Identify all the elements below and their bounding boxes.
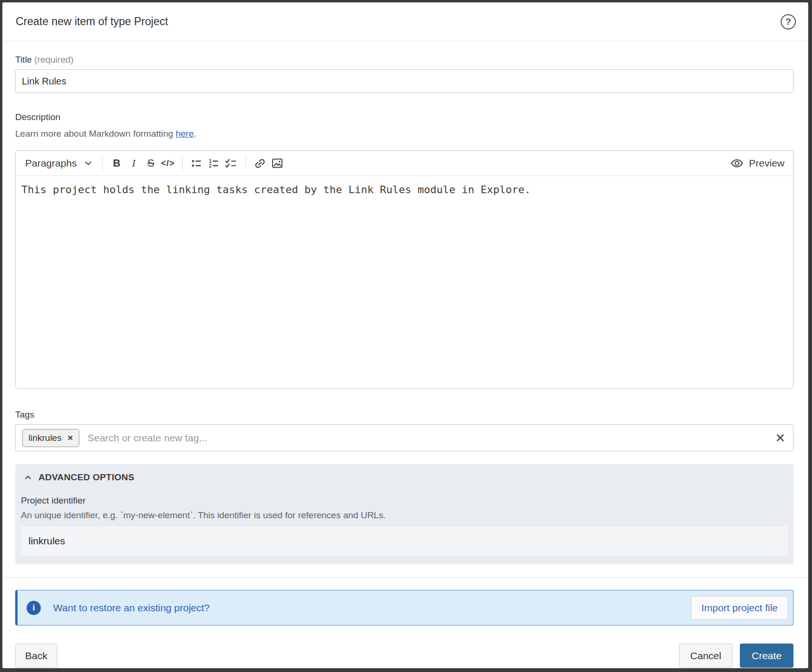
description-label: Description [15, 112, 793, 122]
strikethrough-icon: S [147, 157, 154, 169]
dialog-header: Create new item of type Project ? [2, 2, 808, 41]
banner-row: i Want to restore an existing project? I… [2, 590, 808, 625]
bold-icon: B [113, 157, 121, 169]
tag-chip: linkrules ✕ [22, 429, 79, 447]
tags-input-container[interactable]: linkrules ✕ ✕ [15, 424, 793, 451]
restore-banner-message: Want to restore an existing project? [53, 602, 210, 614]
italic-button[interactable]: I [125, 154, 142, 172]
toolbar-separator [182, 156, 183, 170]
description-editor: Paragraphs B I S </> [15, 150, 793, 389]
checklist-icon [225, 158, 237, 169]
title-label: Title (required) [15, 55, 793, 65]
advanced-options-title: ADVANCED OPTIONS [38, 472, 134, 483]
bullet-list-icon [191, 158, 203, 169]
code-button[interactable]: </> [160, 154, 177, 172]
tags-label: Tags [15, 410, 793, 420]
numbered-list-icon: 1 2 [208, 158, 220, 169]
footer-divider [2, 577, 808, 578]
remove-tag-icon[interactable]: ✕ [67, 434, 74, 441]
question-glyph: ? [785, 17, 791, 27]
markdown-hint: Learn more about Markdown formatting her… [15, 129, 793, 139]
bullet-list-button[interactable] [189, 154, 206, 172]
project-identifier-input[interactable] [21, 526, 788, 556]
create-project-dialog: Create new item of type Project ? Title … [2, 2, 808, 668]
markdown-hint-prefix: Learn more about Markdown formatting [15, 129, 176, 139]
import-project-file-button[interactable]: Import project file [691, 596, 788, 620]
insert-link-button[interactable] [252, 154, 269, 172]
bold-button[interactable]: B [108, 154, 125, 172]
info-glyph: i [32, 603, 35, 613]
dialog-footer: Back Cancel Create [2, 644, 808, 668]
form-area: Title (required) Description Learn more … [2, 41, 808, 564]
project-identifier-label: Project identifier [21, 495, 788, 506]
strikethrough-button[interactable]: S [142, 154, 160, 172]
cancel-button[interactable]: Cancel [679, 644, 733, 668]
description-textarea[interactable]: This project holds the linking tasks cre… [16, 176, 793, 388]
preview-toggle[interactable]: Preview [728, 154, 786, 172]
required-hint: (required) [34, 55, 73, 65]
block-type-value: Paragraphs [25, 158, 77, 169]
tag-chip-label: linkrules [28, 433, 62, 443]
markdown-here-link[interactable]: here [176, 129, 194, 139]
info-icon: i [27, 601, 41, 615]
toolbar-separator [102, 156, 103, 170]
toolbar-separator [245, 156, 246, 170]
svg-text:2: 2 [209, 163, 212, 168]
project-identifier-description: An unique identifier, e.g. `my-new-eleme… [21, 510, 788, 521]
dialog-body: Title (required) Description Learn more … [2, 41, 808, 668]
code-icon: </> [161, 159, 175, 168]
title-input[interactable] [15, 69, 793, 93]
back-button[interactable]: Back [15, 644, 57, 668]
help-icon[interactable]: ? [781, 14, 796, 29]
markdown-hint-suffix: . [194, 129, 196, 139]
editor-toolbar: Paragraphs B I S </> [16, 151, 793, 176]
create-button[interactable]: Create [740, 644, 793, 668]
eye-icon [730, 157, 744, 170]
image-icon [271, 157, 283, 169]
clear-tags-icon[interactable]: ✕ [775, 432, 785, 444]
chevron-down-icon [83, 158, 94, 168]
modal-backdrop: Create new item of type Project ? Title … [0, 0, 812, 672]
link-icon [254, 157, 266, 170]
block-type-dropdown[interactable]: Paragraphs [22, 154, 96, 172]
insert-image-button[interactable] [269, 154, 286, 172]
title-label-text: Title [15, 55, 32, 65]
restore-project-banner: i Want to restore an existing project? I… [15, 590, 793, 625]
tag-search-input[interactable] [86, 432, 768, 444]
advanced-options-toggle[interactable]: ADVANCED OPTIONS [21, 472, 788, 483]
chevron-up-icon [23, 473, 33, 482]
preview-label: Preview [749, 158, 784, 169]
dialog-title: Create new item of type Project [16, 15, 168, 28]
italic-icon: I [132, 157, 135, 169]
advanced-options-section: ADVANCED OPTIONS Project identifier An u… [15, 464, 793, 564]
numbered-list-button[interactable]: 1 2 [206, 154, 223, 172]
checklist-button[interactable] [223, 154, 240, 172]
title-field-block: Title (required) [15, 55, 793, 93]
